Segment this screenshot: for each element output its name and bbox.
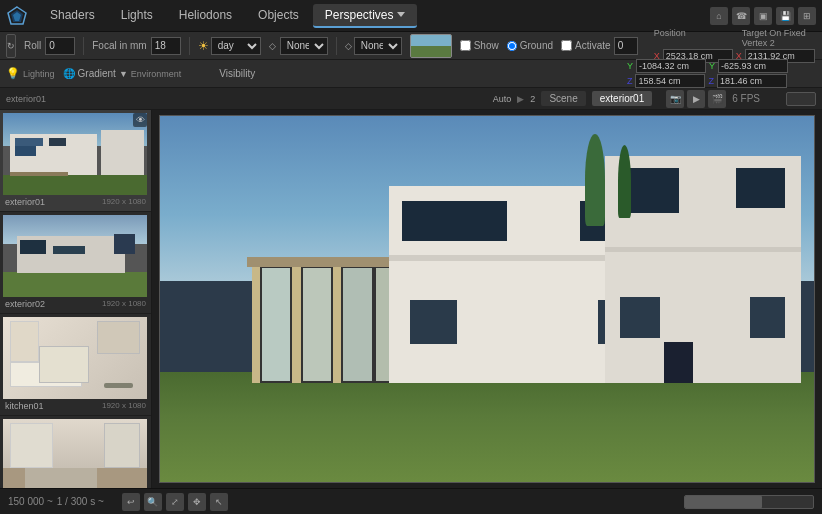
select-icon[interactable]: ↖ [210, 493, 228, 511]
thumbnail-preview-kitchen01 [3, 317, 147, 399]
phone-icon[interactable]: ☎ [732, 7, 750, 25]
scene-bar: exterior01 Auto ▶ 2 Scene exterior01 📷 ▶… [0, 88, 822, 110]
tree2 [618, 145, 631, 218]
roll-icon: ↻ [7, 41, 15, 51]
thumbnail-panel: exterior01 1920 x 1080 👁 exterior02 1920… [0, 110, 152, 488]
activate-group: Activate [561, 37, 638, 55]
none-icon1: ◇ [269, 41, 276, 51]
house-right [605, 156, 801, 383]
focal-group: Focal in mm [92, 37, 189, 55]
show-checkbox[interactable] [460, 40, 471, 51]
expand-icon[interactable]: ⤢ [166, 493, 184, 511]
numbers-label: 2 [530, 94, 535, 104]
z-label: Z [627, 76, 633, 86]
left-value: 150 000 ~ [8, 496, 53, 507]
thumbnail-item-kitchen01[interactable]: kitchen01 1920 x 1080 [0, 314, 151, 416]
main-content: exterior01 1920 x 1080 👁 exterior02 1920… [0, 110, 822, 488]
perspectives-dropdown-arrow [397, 12, 405, 17]
env-dropdown-arrow: ▼ [119, 69, 128, 79]
tab-heliodons[interactable]: Heliodons [167, 4, 244, 28]
grid-icon[interactable]: ⊞ [798, 7, 816, 25]
show-group: Show [460, 40, 499, 51]
camera-tab[interactable]: exterior01 [592, 91, 652, 106]
back-icon[interactable]: ↩ [122, 493, 140, 511]
thumbnail-label-exterior01: exterior01 1920 x 1080 [3, 195, 148, 208]
none-group1: ◇ None [269, 37, 337, 55]
ground-label: Ground [520, 40, 553, 51]
menu-tabs: Shaders Lights Heliodons Objects Perspec… [38, 4, 710, 28]
roll-control: ↻ [6, 34, 16, 58]
visibility-group: Visibility [219, 68, 255, 79]
lighting-group: 💡 Lighting [6, 67, 55, 80]
tab-shaders[interactable]: Shaders [38, 4, 107, 28]
ground-radio[interactable] [507, 41, 517, 51]
thumb-eye-icon: 👁 [133, 113, 147, 127]
environment-group: 🌐 Gradient ▼ Environment [63, 68, 182, 79]
toolbar-row1: ↻ Roll Focal in mm ☀ day ◇ None ◇ None S… [0, 32, 822, 60]
thumbnail-item-exterior01[interactable]: exterior01 1920 x 1080 👁 [0, 110, 151, 212]
thumbnail-item-kitchen01-1[interactable]: kitchen01_1 1920 x 1080 [0, 416, 151, 488]
scene-tab[interactable]: Scene [541, 91, 585, 106]
fps-bar [786, 92, 816, 106]
position-header: Position [654, 28, 734, 48]
z-target-input[interactable] [717, 74, 787, 88]
app-logo-icon [6, 5, 28, 27]
film-icon[interactable]: 🎬 [708, 90, 726, 108]
env-icon: 🌐 [63, 68, 75, 79]
activate-input[interactable] [614, 37, 638, 55]
zoom-icon[interactable]: 🔍 [144, 493, 162, 511]
visibility-label: Visibility [219, 68, 255, 79]
position-group: Position Target On Fixed Vertex 2 X X [654, 28, 822, 63]
tree1 [585, 134, 605, 226]
activate-label: Activate [575, 40, 611, 51]
viewport-area [152, 110, 822, 488]
roll-group: Roll [24, 37, 84, 55]
time-group: ☀ day [198, 37, 261, 55]
none-select1[interactable]: None [280, 37, 328, 55]
yz-position-group: Y Y Z Z [627, 59, 788, 88]
window-icon[interactable]: ▣ [754, 7, 772, 25]
roll-input[interactable] [45, 37, 75, 55]
thumbnail-preview-kitchen01-1 [3, 419, 147, 488]
auto-label: Auto [493, 94, 512, 104]
show-label: Show [474, 40, 499, 51]
thumbnail-item-exterior02[interactable]: exterior02 1920 x 1080 [0, 212, 151, 314]
fps-label: 6 FPS [732, 93, 760, 104]
y-target-label: Y [709, 61, 715, 71]
pan-icon[interactable]: ✥ [188, 493, 206, 511]
y-target-input[interactable] [718, 59, 788, 73]
viewport-controls-left: 150 000 ~ 1 / 300 s ~ [8, 496, 104, 507]
focal-input[interactable] [151, 37, 181, 55]
gradient-label: Gradient [78, 68, 116, 79]
target-header: Target On Fixed Vertex 2 [742, 28, 822, 48]
focal-label: Focal in mm [92, 40, 146, 51]
lighting-icon: 💡 [6, 67, 20, 80]
y-label: Y [627, 61, 633, 71]
y-pos-input[interactable] [636, 59, 706, 73]
toolbar-row2: 💡 Lighting 🌐 Gradient ▼ Environment Visi… [0, 60, 822, 88]
sun-icon: ☀ [198, 39, 209, 53]
ground-group: Ground [507, 40, 553, 51]
time-select[interactable]: day [211, 37, 261, 55]
camera-icon[interactable]: 📷 [666, 90, 684, 108]
home-icon[interactable]: ⌂ [710, 7, 728, 25]
right-value: 1 / 300 s ~ [57, 496, 104, 507]
z-pos-input[interactable] [635, 74, 705, 88]
render-progress-fill [685, 496, 762, 508]
tab-lights[interactable]: Lights [109, 4, 165, 28]
save-icon[interactable]: 💾 [776, 7, 794, 25]
nav-icons: ↩ 🔍 ⤢ ✥ ↖ [122, 493, 228, 511]
menu-icons-right: ⌂ ☎ ▣ 💾 ⊞ [710, 7, 816, 25]
viewport-icons: 📷 ▶ 🎬 [666, 90, 726, 108]
thumbnail-preview-exterior01 [3, 113, 147, 195]
render-icon[interactable]: ▶ [687, 90, 705, 108]
tab-objects[interactable]: Objects [246, 4, 311, 28]
z-target-label: Z [708, 76, 714, 86]
none-icon2: ◇ [345, 41, 352, 51]
none-select2[interactable]: None [354, 37, 402, 55]
camera-name-label: exterior01 [6, 94, 46, 104]
tab-perspectives[interactable]: Perspectives [313, 4, 417, 28]
env-thumbnail [410, 34, 452, 58]
viewport-frame [159, 115, 815, 483]
activate-checkbox[interactable] [561, 40, 572, 51]
